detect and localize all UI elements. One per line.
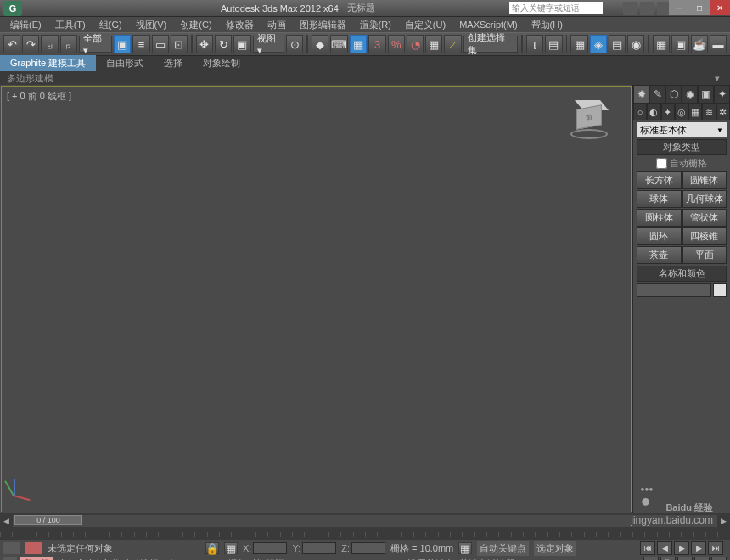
coord-x-input[interactable]	[253, 542, 287, 554]
subtab-spacewarps[interactable]: ≋	[702, 104, 716, 120]
rollout-name-color[interactable]: 名称和颜色	[637, 266, 727, 282]
menu-item[interactable]: 修改器	[219, 19, 261, 31]
scale-button[interactable]: ▣	[233, 35, 250, 53]
ribbon-expand-icon[interactable]: ▾	[715, 73, 720, 84]
goto-start-button[interactable]: ⏮	[640, 541, 655, 555]
render-prod-button[interactable]: ▬	[710, 35, 727, 53]
time-thumb[interactable]: 0 / 100	[14, 515, 82, 525]
select-by-name-button[interactable]: ≡	[132, 35, 149, 53]
object-type-button[interactable]: 平面	[682, 246, 727, 264]
script-mini-icon[interactable]	[25, 542, 42, 554]
snap-angle-button[interactable]: 3	[368, 35, 385, 53]
subtab-shapes[interactable]: ◐	[647, 104, 660, 120]
help-search-input[interactable]: 输入关键字或短语	[509, 2, 603, 14]
manipulate-button[interactable]: ◆	[312, 35, 328, 53]
selection-filter-dropdown[interactable]: 全部 ▾	[79, 36, 112, 53]
snap-percent-button[interactable]: %	[388, 35, 405, 53]
rotate-button[interactable]: ↻	[215, 35, 232, 53]
mirror-button[interactable]: ⟋	[444, 35, 461, 53]
menu-item[interactable]: 创建(C)	[173, 19, 218, 31]
menu-item[interactable]: 帮助(H)	[525, 19, 570, 31]
rollout-object-type[interactable]: 对象类型	[637, 139, 727, 155]
object-type-button[interactable]: 圆环	[637, 227, 682, 245]
prev-frame-button[interactable]: ◀	[657, 541, 672, 555]
unlink-button[interactable]: ⟔	[60, 35, 77, 53]
menu-item[interactable]: 图形编辑器	[293, 19, 353, 31]
menu-item[interactable]: 编辑(E)	[3, 19, 48, 31]
category-dropdown[interactable]: 标准基本体	[637, 122, 727, 137]
coord-y-input[interactable]	[302, 542, 336, 554]
time-scroll-right[interactable]: ▶	[721, 517, 727, 525]
select-region-button[interactable]: ▭	[152, 35, 169, 53]
subtab-geometry[interactable]: ○	[633, 104, 647, 120]
info-icon[interactable]	[640, 2, 654, 15]
help-icon[interactable]	[623, 2, 637, 15]
select-object-button[interactable]: ▣	[114, 35, 131, 53]
link-button[interactable]: ⟓	[41, 35, 58, 53]
zoom-button[interactable]: 🔍	[660, 557, 676, 560]
grid-toggle-icon[interactable]: ▦	[458, 542, 472, 554]
ribbon-tab[interactable]: 选择	[154, 55, 193, 71]
viewport-label[interactable]: [ + 0 前 0 线框 ]	[7, 90, 71, 103]
lock-selection-icon[interactable]: 🔒	[205, 542, 219, 554]
tab-utilities[interactable]: ✦	[714, 85, 730, 104]
play-button[interactable]: ▶	[674, 541, 689, 555]
object-type-button[interactable]: 管状体	[682, 209, 727, 227]
snap-2d-button[interactable]: ▦	[350, 35, 367, 53]
coord-z-input[interactable]	[351, 542, 385, 554]
tab-create[interactable]: ✸	[633, 85, 649, 104]
curve-editor-button[interactable]: ◈	[590, 35, 607, 53]
layer-manager-button[interactable]: ▦	[570, 35, 587, 53]
zoom-extents-button[interactable]: ▣	[677, 557, 693, 560]
selected-obj-dropdown[interactable]: 选定对象	[534, 541, 576, 556]
orbit-button[interactable]: ↻	[694, 557, 710, 560]
object-color-swatch[interactable]	[713, 283, 727, 297]
menu-item[interactable]: 渲染(R)	[353, 19, 398, 31]
current-line-button[interactable]: 所在行	[20, 557, 53, 560]
view-cube[interactable]: 前	[576, 107, 605, 136]
pan-button[interactable]: ✥	[643, 557, 659, 560]
subtab-systems[interactable]: ✲	[716, 104, 730, 120]
window-crossing-button[interactable]: ⊡	[171, 35, 188, 53]
goto-end-button[interactable]: ⏭	[708, 541, 723, 555]
render-button[interactable]: ☕	[691, 35, 708, 53]
viewport[interactable]: [ + 0 前 0 线框 ] 前	[1, 86, 632, 512]
maximize-button[interactable]: □	[689, 0, 710, 15]
object-type-button[interactable]: 茶壶	[637, 246, 682, 264]
ribbon-tab[interactable]: Graphite 建模工具	[0, 55, 96, 71]
ribbon-tab[interactable]: 自由形式	[96, 55, 154, 71]
ribbon-tab[interactable]: 对象绘制	[193, 55, 250, 71]
object-type-button[interactable]: 几何球体	[682, 190, 727, 208]
object-type-button[interactable]: 长方体	[637, 171, 682, 189]
auto-grid-checkbox[interactable]	[656, 158, 667, 169]
tab-display[interactable]: ▣	[698, 85, 714, 104]
menu-item[interactable]: 动画	[261, 19, 293, 31]
object-type-button[interactable]: 圆锥体	[682, 171, 727, 189]
menu-item[interactable]: MAXScript(M)	[452, 20, 524, 30]
material-editor-button[interactable]: ◉	[627, 35, 644, 53]
menu-item[interactable]: 组(G)	[93, 19, 129, 31]
spinner-snap-button[interactable]: ◔	[407, 35, 424, 53]
tab-modify[interactable]: ✎	[649, 85, 665, 104]
object-type-button[interactable]: 球体	[637, 190, 682, 208]
object-type-button[interactable]: 四棱锥	[682, 227, 727, 245]
menu-item[interactable]: 视图(V)	[129, 19, 174, 31]
mirror-tool-button[interactable]: ⫿	[526, 35, 543, 53]
render-frame-button[interactable]: ▣	[671, 35, 688, 53]
redo-button[interactable]: ↷	[22, 35, 39, 53]
auto-key-button[interactable]: 自动关键点	[477, 541, 529, 556]
tab-hierarchy[interactable]: ⬡	[665, 85, 682, 104]
time-scroll-left[interactable]: ◀	[3, 517, 9, 525]
named-selection-dropdown[interactable]: 创建选择集	[463, 36, 519, 53]
script-listener-icon[interactable]	[3, 542, 20, 554]
object-type-button[interactable]: 圆柱体	[637, 209, 682, 227]
subtab-lights[interactable]: ✦	[661, 104, 675, 120]
app-icon[interactable]: G	[3, 1, 22, 16]
render-setup-button[interactable]: ▦	[653, 35, 670, 53]
close-button[interactable]: ✕	[710, 0, 730, 15]
maximize-viewport-button[interactable]: ▦	[711, 557, 727, 560]
add-time-marker[interactable]: 添加时间标记	[228, 557, 284, 561]
next-frame-button[interactable]: ▶	[691, 541, 706, 555]
time-slider[interactable]: 0 / 100	[13, 515, 717, 527]
tab-motion[interactable]: ◉	[682, 85, 698, 104]
